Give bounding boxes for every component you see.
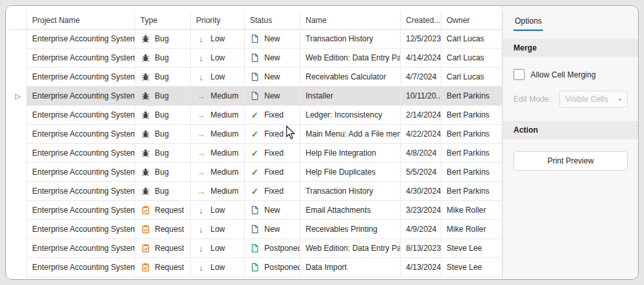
cell-project-name[interactable]: Enterprise Accounting System xyxy=(27,30,135,49)
cell-name[interactable]: Main Menu: Add a File menu xyxy=(300,125,401,144)
cell-created[interactable]: 12/5/2023 xyxy=(401,30,441,49)
cell-project-name[interactable]: Enterprise Accounting System xyxy=(27,163,135,182)
cell-created[interactable]: 5/5/2024 xyxy=(401,163,441,182)
allow-cell-merging-checkbox[interactable] xyxy=(513,69,525,80)
allow-cell-merging-row[interactable]: Allow Cell Merging xyxy=(513,69,628,80)
cell-project-name[interactable]: Enterprise Accounting System xyxy=(27,144,135,163)
column-header[interactable]: Priority xyxy=(191,11,245,30)
cell-created[interactable]: 4/9/2024 xyxy=(401,220,441,239)
cell-project-name[interactable]: Enterprise Accounting System xyxy=(27,68,135,87)
cell-status[interactable]: ✓Fixed xyxy=(245,163,300,182)
cell-status[interactable]: New xyxy=(245,201,300,220)
cell-status[interactable]: New xyxy=(245,49,300,68)
cell-owner[interactable]: Bert Parkins xyxy=(441,125,502,144)
cell-priority[interactable]: →Medium xyxy=(191,163,245,182)
tab-options[interactable]: Options xyxy=(513,15,543,31)
cell-type[interactable]: Request xyxy=(135,201,191,220)
cell-name[interactable]: Transaction History xyxy=(300,30,401,49)
cell-priority[interactable]: ↓Low xyxy=(191,220,245,239)
cell-priority[interactable]: ↓Low xyxy=(191,49,245,68)
cell-status[interactable]: New xyxy=(245,68,300,87)
cell-project-name[interactable]: Enterprise Accounting System xyxy=(27,106,135,125)
cell-project-name[interactable]: Enterprise Accounting System xyxy=(27,125,135,144)
column-header[interactable]: Created... xyxy=(401,11,441,30)
cell-owner[interactable]: Bert Parkins xyxy=(441,182,502,201)
cell-name[interactable]: Web Edition: Data Entry Pa... xyxy=(300,49,401,68)
cell-created[interactable]: 2/14/2024 xyxy=(401,106,441,125)
cell-name[interactable]: Receivables Calculator xyxy=(300,68,401,87)
table-row[interactable]: Enterprise Accounting SystemBug→Medium✓F… xyxy=(10,106,502,125)
cell-status[interactable]: ✓Fixed xyxy=(245,125,300,144)
cell-name[interactable]: Help File Duplicates xyxy=(300,163,401,182)
cell-project-name[interactable]: Enterprise Accounting System xyxy=(27,87,135,106)
cell-project-name[interactable]: Enterprise Accounting System xyxy=(27,182,135,201)
column-header[interactable]: Type xyxy=(135,11,191,30)
table-row[interactable]: Enterprise Accounting SystemBug→Medium✓F… xyxy=(10,125,502,144)
cell-priority[interactable]: →Medium xyxy=(191,106,245,125)
cell-created[interactable]: 3/23/2024 xyxy=(401,201,441,220)
cell-owner[interactable]: Bert Parkins xyxy=(441,144,502,163)
table-row[interactable]: Enterprise Accounting SystemRequest↓LowP… xyxy=(10,258,502,277)
cell-created[interactable]: 4/22/2024 xyxy=(401,125,441,144)
table-row[interactable]: ▷Enterprise Accounting SystemBug→MediumN… xyxy=(10,87,502,106)
cell-created[interactable]: 4/14/2024 xyxy=(401,49,441,68)
cell-project-name[interactable]: Enterprise Accounting System xyxy=(27,239,135,258)
cell-type[interactable]: Request xyxy=(135,258,191,277)
column-header[interactable]: Project Name xyxy=(27,11,135,30)
cell-owner[interactable]: Carl Lucas xyxy=(441,30,502,49)
cell-type[interactable]: Request xyxy=(135,220,191,239)
cell-project-name[interactable]: Enterprise Accounting System xyxy=(27,220,135,239)
cell-priority[interactable]: ↓Low xyxy=(191,201,245,220)
cell-created[interactable]: 4/30/2024 xyxy=(401,182,441,201)
column-header[interactable]: Owner xyxy=(441,11,502,30)
cell-type[interactable]: Bug xyxy=(135,68,191,87)
cell-name[interactable]: Data Import xyxy=(300,258,401,277)
cell-priority[interactable]: ↓Low xyxy=(191,258,245,277)
cell-type[interactable]: Bug xyxy=(135,144,191,163)
cell-type[interactable]: Bug xyxy=(135,30,191,49)
table-row[interactable]: Enterprise Accounting SystemRequest↓LowN… xyxy=(10,220,502,239)
cell-name[interactable]: Receivables Printing xyxy=(300,220,401,239)
cell-status[interactable]: New xyxy=(245,220,300,239)
cell-owner[interactable]: Steve Lee xyxy=(441,239,502,258)
cell-status[interactable]: New xyxy=(245,30,300,49)
cell-priority[interactable]: ↓Low xyxy=(191,30,245,49)
table-row[interactable]: Enterprise Accounting SystemBug↓LowNewRe… xyxy=(10,68,502,87)
cell-project-name[interactable]: Enterprise Accounting System xyxy=(27,49,135,68)
cell-priority[interactable]: →Medium xyxy=(191,125,245,144)
table-row[interactable]: Enterprise Accounting SystemRequest↓LowN… xyxy=(10,201,502,220)
table-row[interactable]: Enterprise Accounting SystemBug→Medium✓F… xyxy=(10,163,502,182)
cell-status[interactable]: New xyxy=(245,87,300,106)
cell-type[interactable]: Bug xyxy=(135,49,191,68)
cell-status[interactable]: ✓Fixed xyxy=(245,144,300,163)
cell-created[interactable]: 4/13/2024 xyxy=(401,258,441,277)
column-header[interactable]: Name xyxy=(300,11,401,30)
cell-name[interactable]: Installer xyxy=(300,87,401,106)
table-row[interactable]: Enterprise Accounting SystemRequest↓LowP… xyxy=(10,239,502,258)
cell-status[interactable]: Postponed xyxy=(245,258,300,277)
cell-priority[interactable]: →Medium xyxy=(191,144,245,163)
cell-type[interactable]: Bug xyxy=(135,106,191,125)
cell-owner[interactable]: Bert Parkins xyxy=(441,87,502,106)
cell-name[interactable]: Email Attachments xyxy=(300,201,401,220)
cell-owner[interactable]: Mike Roller xyxy=(441,201,502,220)
cell-priority[interactable]: →Medium xyxy=(191,182,245,201)
cell-type[interactable]: Request xyxy=(135,239,191,258)
cell-owner[interactable]: Carl Lucas xyxy=(441,49,502,68)
cell-created[interactable]: 4/8/2024 xyxy=(401,144,441,163)
cell-owner[interactable]: Steve Lee xyxy=(441,258,502,277)
cell-name[interactable]: Transaction History xyxy=(300,182,401,201)
column-header[interactable]: Status xyxy=(245,11,300,30)
cell-name[interactable]: Help File Integration xyxy=(300,144,401,163)
cell-priority[interactable]: ↓Low xyxy=(191,239,245,258)
table-row[interactable]: Enterprise Accounting SystemBug↓LowNewTr… xyxy=(10,30,502,49)
cell-created[interactable]: 10/11/20... xyxy=(401,87,441,106)
print-preview-button[interactable]: Print Preview xyxy=(513,151,628,171)
edit-mode-dropdown[interactable]: Visible Cells ▾ xyxy=(559,91,628,108)
cell-name[interactable]: Web Edition: Data Entry Pa... xyxy=(300,239,401,258)
cell-type[interactable]: Bug xyxy=(135,125,191,144)
cell-owner[interactable]: Carl Lucas xyxy=(441,68,502,87)
cell-priority[interactable]: ↓Low xyxy=(191,68,245,87)
cell-type[interactable]: Bug xyxy=(135,87,191,106)
table-row[interactable]: Enterprise Accounting SystemBug→Medium✓F… xyxy=(10,182,502,201)
